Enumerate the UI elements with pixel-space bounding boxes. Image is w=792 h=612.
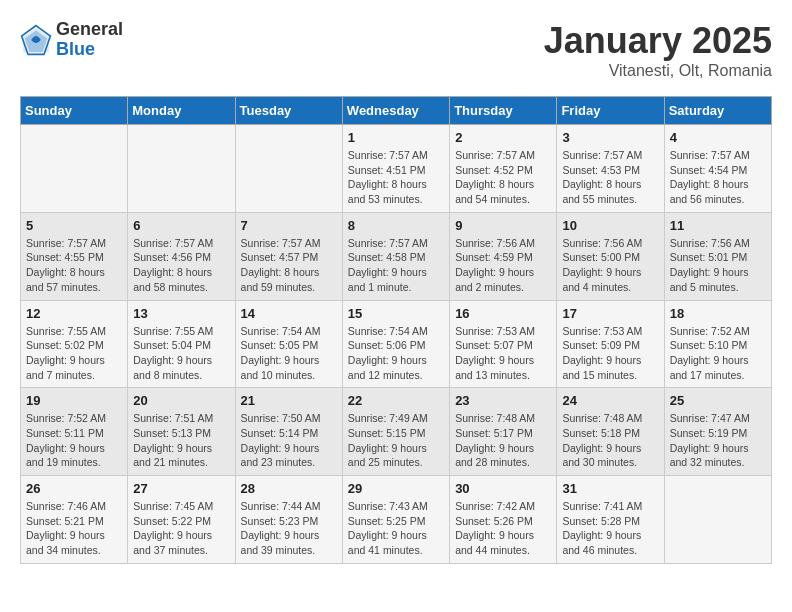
day-info: Sunrise: 7:43 AM Sunset: 5:25 PM Dayligh… <box>348 499 444 558</box>
day-number: 20 <box>133 393 229 408</box>
day-number: 1 <box>348 130 444 145</box>
calendar-week-row: 5Sunrise: 7:57 AM Sunset: 4:55 PM Daylig… <box>21 212 772 300</box>
day-info: Sunrise: 7:57 AM Sunset: 4:52 PM Dayligh… <box>455 148 551 207</box>
weekday-header-saturday: Saturday <box>664 97 771 125</box>
calendar-table: SundayMondayTuesdayWednesdayThursdayFrid… <box>20 96 772 564</box>
calendar-subtitle: Vitanesti, Olt, Romania <box>544 62 772 80</box>
calendar-cell: 8Sunrise: 7:57 AM Sunset: 4:58 PM Daylig… <box>342 212 449 300</box>
logo-text: General Blue <box>56 20 123 60</box>
calendar-cell: 16Sunrise: 7:53 AM Sunset: 5:07 PM Dayli… <box>450 300 557 388</box>
day-number: 25 <box>670 393 766 408</box>
calendar-cell <box>235 125 342 213</box>
calendar-cell: 14Sunrise: 7:54 AM Sunset: 5:05 PM Dayli… <box>235 300 342 388</box>
day-info: Sunrise: 7:52 AM Sunset: 5:10 PM Dayligh… <box>670 324 766 383</box>
calendar-cell: 15Sunrise: 7:54 AM Sunset: 5:06 PM Dayli… <box>342 300 449 388</box>
calendar-cell: 19Sunrise: 7:52 AM Sunset: 5:11 PM Dayli… <box>21 388 128 476</box>
weekday-header-tuesday: Tuesday <box>235 97 342 125</box>
day-info: Sunrise: 7:56 AM Sunset: 5:00 PM Dayligh… <box>562 236 658 295</box>
day-info: Sunrise: 7:56 AM Sunset: 4:59 PM Dayligh… <box>455 236 551 295</box>
day-info: Sunrise: 7:57 AM Sunset: 4:54 PM Dayligh… <box>670 148 766 207</box>
calendar-cell: 9Sunrise: 7:56 AM Sunset: 4:59 PM Daylig… <box>450 212 557 300</box>
day-info: Sunrise: 7:53 AM Sunset: 5:07 PM Dayligh… <box>455 324 551 383</box>
calendar-cell: 5Sunrise: 7:57 AM Sunset: 4:55 PM Daylig… <box>21 212 128 300</box>
day-number: 3 <box>562 130 658 145</box>
logo-blue-text: Blue <box>56 40 123 60</box>
weekday-header-sunday: Sunday <box>21 97 128 125</box>
logo: General Blue <box>20 20 123 60</box>
day-info: Sunrise: 7:51 AM Sunset: 5:13 PM Dayligh… <box>133 411 229 470</box>
title-section: January 2025 Vitanesti, Olt, Romania <box>544 20 772 80</box>
calendar-cell <box>21 125 128 213</box>
calendar-cell: 3Sunrise: 7:57 AM Sunset: 4:53 PM Daylig… <box>557 125 664 213</box>
day-info: Sunrise: 7:46 AM Sunset: 5:21 PM Dayligh… <box>26 499 122 558</box>
calendar-cell: 26Sunrise: 7:46 AM Sunset: 5:21 PM Dayli… <box>21 476 128 564</box>
calendar-title: January 2025 <box>544 20 772 62</box>
calendar-cell: 22Sunrise: 7:49 AM Sunset: 5:15 PM Dayli… <box>342 388 449 476</box>
day-info: Sunrise: 7:50 AM Sunset: 5:14 PM Dayligh… <box>241 411 337 470</box>
day-number: 12 <box>26 306 122 321</box>
day-info: Sunrise: 7:52 AM Sunset: 5:11 PM Dayligh… <box>26 411 122 470</box>
day-number: 16 <box>455 306 551 321</box>
day-info: Sunrise: 7:45 AM Sunset: 5:22 PM Dayligh… <box>133 499 229 558</box>
calendar-week-row: 12Sunrise: 7:55 AM Sunset: 5:02 PM Dayli… <box>21 300 772 388</box>
calendar-cell: 12Sunrise: 7:55 AM Sunset: 5:02 PM Dayli… <box>21 300 128 388</box>
calendar-cell: 20Sunrise: 7:51 AM Sunset: 5:13 PM Dayli… <box>128 388 235 476</box>
calendar-cell: 31Sunrise: 7:41 AM Sunset: 5:28 PM Dayli… <box>557 476 664 564</box>
day-number: 17 <box>562 306 658 321</box>
day-number: 31 <box>562 481 658 496</box>
day-number: 19 <box>26 393 122 408</box>
calendar-cell: 11Sunrise: 7:56 AM Sunset: 5:01 PM Dayli… <box>664 212 771 300</box>
day-number: 13 <box>133 306 229 321</box>
day-number: 15 <box>348 306 444 321</box>
calendar-cell: 18Sunrise: 7:52 AM Sunset: 5:10 PM Dayli… <box>664 300 771 388</box>
day-number: 28 <box>241 481 337 496</box>
day-number: 24 <box>562 393 658 408</box>
calendar-cell: 25Sunrise: 7:47 AM Sunset: 5:19 PM Dayli… <box>664 388 771 476</box>
weekday-header-row: SundayMondayTuesdayWednesdayThursdayFrid… <box>21 97 772 125</box>
logo-general-text: General <box>56 20 123 40</box>
day-number: 6 <box>133 218 229 233</box>
day-info: Sunrise: 7:54 AM Sunset: 5:05 PM Dayligh… <box>241 324 337 383</box>
day-info: Sunrise: 7:55 AM Sunset: 5:02 PM Dayligh… <box>26 324 122 383</box>
day-number: 14 <box>241 306 337 321</box>
day-info: Sunrise: 7:57 AM Sunset: 4:55 PM Dayligh… <box>26 236 122 295</box>
calendar-week-row: 26Sunrise: 7:46 AM Sunset: 5:21 PM Dayli… <box>21 476 772 564</box>
calendar-cell: 13Sunrise: 7:55 AM Sunset: 5:04 PM Dayli… <box>128 300 235 388</box>
day-number: 9 <box>455 218 551 233</box>
calendar-cell: 10Sunrise: 7:56 AM Sunset: 5:00 PM Dayli… <box>557 212 664 300</box>
day-info: Sunrise: 7:48 AM Sunset: 5:18 PM Dayligh… <box>562 411 658 470</box>
day-number: 18 <box>670 306 766 321</box>
weekday-header-monday: Monday <box>128 97 235 125</box>
day-info: Sunrise: 7:53 AM Sunset: 5:09 PM Dayligh… <box>562 324 658 383</box>
calendar-cell <box>664 476 771 564</box>
calendar-cell <box>128 125 235 213</box>
day-number: 8 <box>348 218 444 233</box>
day-info: Sunrise: 7:57 AM Sunset: 4:53 PM Dayligh… <box>562 148 658 207</box>
day-info: Sunrise: 7:57 AM Sunset: 4:57 PM Dayligh… <box>241 236 337 295</box>
calendar-cell: 24Sunrise: 7:48 AM Sunset: 5:18 PM Dayli… <box>557 388 664 476</box>
calendar-cell: 4Sunrise: 7:57 AM Sunset: 4:54 PM Daylig… <box>664 125 771 213</box>
day-number: 10 <box>562 218 658 233</box>
day-number: 7 <box>241 218 337 233</box>
day-info: Sunrise: 7:47 AM Sunset: 5:19 PM Dayligh… <box>670 411 766 470</box>
calendar-cell: 28Sunrise: 7:44 AM Sunset: 5:23 PM Dayli… <box>235 476 342 564</box>
weekday-header-friday: Friday <box>557 97 664 125</box>
day-info: Sunrise: 7:56 AM Sunset: 5:01 PM Dayligh… <box>670 236 766 295</box>
day-number: 29 <box>348 481 444 496</box>
day-info: Sunrise: 7:49 AM Sunset: 5:15 PM Dayligh… <box>348 411 444 470</box>
day-info: Sunrise: 7:48 AM Sunset: 5:17 PM Dayligh… <box>455 411 551 470</box>
day-number: 21 <box>241 393 337 408</box>
day-number: 23 <box>455 393 551 408</box>
calendar-cell: 6Sunrise: 7:57 AM Sunset: 4:56 PM Daylig… <box>128 212 235 300</box>
calendar-cell: 27Sunrise: 7:45 AM Sunset: 5:22 PM Dayli… <box>128 476 235 564</box>
calendar-week-row: 19Sunrise: 7:52 AM Sunset: 5:11 PM Dayli… <box>21 388 772 476</box>
day-info: Sunrise: 7:57 AM Sunset: 4:56 PM Dayligh… <box>133 236 229 295</box>
day-number: 30 <box>455 481 551 496</box>
day-info: Sunrise: 7:44 AM Sunset: 5:23 PM Dayligh… <box>241 499 337 558</box>
day-info: Sunrise: 7:57 AM Sunset: 4:51 PM Dayligh… <box>348 148 444 207</box>
calendar-cell: 1Sunrise: 7:57 AM Sunset: 4:51 PM Daylig… <box>342 125 449 213</box>
day-number: 2 <box>455 130 551 145</box>
day-info: Sunrise: 7:57 AM Sunset: 4:58 PM Dayligh… <box>348 236 444 295</box>
calendar-cell: 7Sunrise: 7:57 AM Sunset: 4:57 PM Daylig… <box>235 212 342 300</box>
day-info: Sunrise: 7:55 AM Sunset: 5:04 PM Dayligh… <box>133 324 229 383</box>
